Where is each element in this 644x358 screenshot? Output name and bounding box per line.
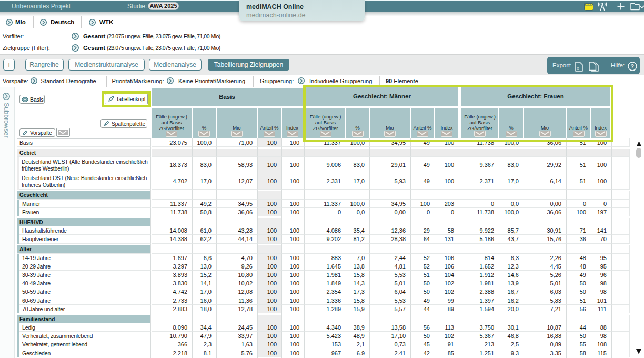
svg-text:?: ? — [631, 64, 634, 69]
svg-text:x: x — [577, 66, 579, 71]
